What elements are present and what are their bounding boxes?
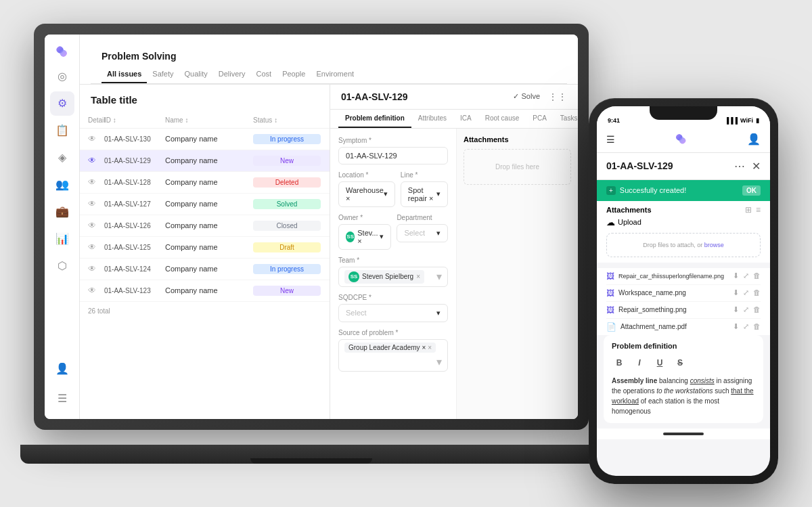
att-title: Attachments: [606, 206, 652, 214]
tab-people[interactable]: People: [277, 66, 311, 83]
delete-icon[interactable]: 🗑: [753, 322, 761, 331]
table-row[interactable]: 👁 01-AA-SLV-123 Company name New: [80, 280, 330, 302]
tab-all-issues[interactable]: All issues: [102, 66, 147, 83]
table-row[interactable]: 👁 01-AA-SLV-127 Company name Solved: [80, 194, 330, 215]
tab-attributes[interactable]: Attributes: [411, 110, 453, 128]
solve-button[interactable]: ✓ Solve: [513, 92, 540, 101]
tab-quality[interactable]: Quality: [179, 66, 213, 83]
download-icon[interactable]: ⬇: [733, 322, 739, 331]
file-item[interactable]: 🖼 Workspace_name.png ⬇ ⤢ 🗑: [606, 285, 761, 302]
sidebar-item-filter[interactable]: ⬡: [50, 254, 74, 278]
italic-button[interactable]: I: [632, 355, 647, 370]
tab-pca[interactable]: PCA: [526, 110, 554, 128]
tab-delivery[interactable]: Delivery: [213, 66, 251, 83]
sidebar-item-clipboard[interactable]: 📋: [50, 118, 74, 143]
table-row[interactable]: 👁 01-AA-SLV-130 Company name In progress: [80, 129, 330, 150]
table-row[interactable]: 👁 01-AA-SLV-124 Company name In progress: [80, 259, 330, 280]
strikethrough-button[interactable]: S: [673, 355, 687, 370]
tab-problem-definition[interactable]: Problem definition: [338, 110, 411, 128]
source-tag: Group Leader Academy × ×: [344, 343, 436, 353]
success-banner: + Succesfully created! OK: [597, 180, 770, 201]
underline-button[interactable]: U: [652, 355, 667, 370]
editor-bold-text: Assembly line: [612, 377, 657, 384]
team-remove[interactable]: ×: [416, 273, 420, 280]
phone-menu-icon[interactable]: ☰: [606, 134, 615, 145]
row-eye-icon: 👁: [88, 199, 104, 208]
row-name: Company name: [165, 135, 253, 143]
phone-file-list: 🖼 Repair_car_thiissuper​longfilename.png…: [597, 268, 770, 335]
panel-header: Table title: [80, 85, 330, 112]
file-item[interactable]: 🖼 Repair_something.png ⬇ ⤢ 🗑: [606, 302, 761, 319]
phone-avatar-icon[interactable]: 👤: [747, 133, 761, 146]
editor-content[interactable]: Assembly line balancing consists in assi…: [612, 376, 755, 416]
detail-tabs: Problem definition Attributes ICA Root c…: [330, 110, 578, 129]
grid-view-icon[interactable]: ⊞: [745, 205, 752, 215]
sidebar-item-chart[interactable]: 📊: [50, 227, 74, 251]
sidebar-item-target[interactable]: ◎: [50, 64, 74, 89]
download-icon[interactable]: ⬇: [733, 305, 739, 314]
top-nav: Problem Solving All issues Safety Qualit…: [80, 35, 578, 85]
tab-cost[interactable]: Cost: [251, 66, 277, 83]
owner-select[interactable]: SS Stev... × ▾: [338, 224, 391, 250]
row-name: Company name: [165, 286, 253, 294]
download-icon[interactable]: ⬇: [733, 271, 739, 280]
download-icon[interactable]: ⬇: [733, 288, 739, 297]
browse-link[interactable]: browse: [704, 242, 724, 248]
row-id: 01-AA-SLV-125: [104, 244, 165, 251]
close-icon[interactable]: ✕: [752, 160, 761, 173]
expand-icon[interactable]: ⤢: [743, 305, 749, 314]
table-row[interactable]: 👁 01-AA-SLV-126 Company name Closed: [80, 215, 330, 237]
phone-screen: 9:41 ▐▐▐ WiFi ▮ ☰: [597, 106, 770, 476]
status-badge: In progress: [253, 134, 321, 144]
sqdcpe-select[interactable]: Select ▾: [338, 304, 448, 322]
file-item[interactable]: 📄 Attachment_name.pdf ⬇ ⤢ 🗑: [606, 319, 761, 335]
table-row[interactable]: 👁 01-AA-SLV-125 Company name Draft: [80, 237, 330, 259]
more-options-icon[interactable]: ⋮⋮: [548, 91, 567, 102]
table-row[interactable]: 👁 01-AA-SLV-128 Company name Deleted: [80, 172, 330, 194]
editor-text-1: balancing: [659, 377, 690, 384]
table-title: Table title: [91, 94, 319, 106]
attachments-drop-zone[interactable]: Drop files here: [464, 149, 571, 185]
expand-icon[interactable]: ⤢: [743, 322, 749, 331]
file-name-wrap: 🖼 Repair_car_thiissuper​longfilename.png: [606, 271, 733, 281]
row-id: 01-AA-SLV-124: [104, 265, 165, 273]
file-item[interactable]: 🖼 Repair_car_thiissuper​longfilename.png…: [606, 268, 761, 285]
delete-icon[interactable]: 🗑: [753, 288, 761, 297]
sidebar-item-lightbulb[interactable]: ◈: [50, 146, 74, 170]
sidebar-item-menu[interactable]: ☰: [50, 387, 74, 411]
expand-icon[interactable]: ⤢: [743, 271, 749, 280]
sidebar-item-briefcase[interactable]: 💼: [50, 200, 74, 224]
delete-icon[interactable]: 🗑: [753, 305, 761, 314]
symptom-input[interactable]: [338, 147, 448, 164]
line-select[interactable]: Spot repair × ▾: [401, 181, 448, 207]
source-input[interactable]: Group Leader Academy × × ▾: [338, 339, 448, 372]
row-name: Company name: [165, 243, 253, 251]
file-name: Repair_car_thiissuper​longfilename.png: [618, 273, 724, 280]
list-view-icon[interactable]: ≡: [756, 205, 761, 215]
dept-chevron: ▾: [436, 229, 441, 238]
sidebar-item-user[interactable]: 👤: [50, 357, 74, 381]
home-bar: [663, 433, 704, 435]
table-row[interactable]: 👁 01-AA-SLV-129 Company name New: [80, 150, 330, 172]
tab-ica[interactable]: ICA: [453, 110, 478, 128]
sidebar-item-wrench[interactable]: ⚙: [50, 91, 74, 116]
row-id: 01-AA-SLV-129: [104, 157, 165, 164]
location-select[interactable]: Warehouse × ▾: [338, 181, 395, 207]
phone-drop-zone[interactable]: Drop files to attach, or browse: [606, 233, 761, 257]
delete-icon[interactable]: 🗑: [753, 271, 761, 280]
bold-button[interactable]: B: [612, 355, 627, 370]
more-icon[interactable]: ⋯: [734, 160, 745, 173]
source-remove[interactable]: ×: [428, 344, 432, 351]
team-input[interactable]: SS Steven Spielberg × ▾: [338, 267, 448, 287]
dept-select[interactable]: Select ▾: [397, 224, 448, 242]
phone-time: 9:41: [608, 117, 620, 124]
upload-btn[interactable]: ☁ Upload: [606, 217, 641, 227]
phone-logo: [673, 131, 690, 148]
success-ok-button[interactable]: OK: [742, 185, 761, 196]
tab-safety[interactable]: Safety: [147, 66, 179, 83]
tab-root-cause[interactable]: Root cause: [478, 110, 526, 128]
sidebar-item-users[interactable]: 👥: [50, 173, 74, 197]
tab-tasks[interactable]: Tasks: [554, 110, 578, 128]
tab-enviroment[interactable]: Enviroment: [311, 66, 359, 83]
expand-icon[interactable]: ⤢: [743, 288, 749, 297]
